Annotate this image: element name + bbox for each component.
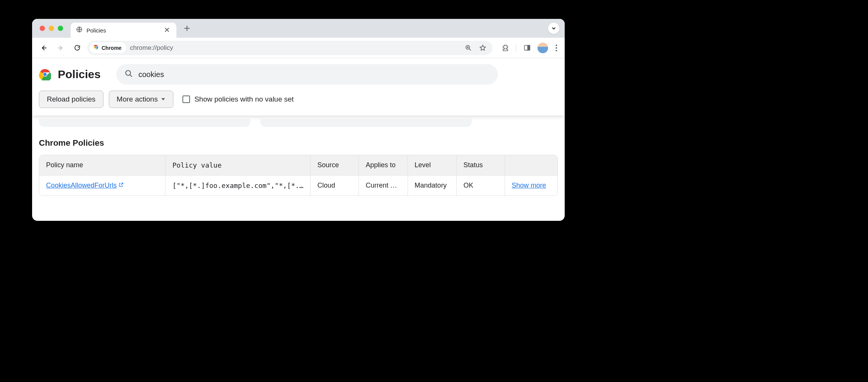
more-actions-button[interactable]: More actions bbox=[109, 91, 173, 108]
checkbox-label: Show policies with no value set bbox=[195, 95, 294, 103]
toolbar-right bbox=[500, 42, 559, 54]
page-content: Policies Reload policies More actions bbox=[32, 58, 565, 221]
back-button[interactable] bbox=[37, 42, 50, 54]
svg-rect-6 bbox=[528, 45, 530, 50]
window-controls bbox=[40, 26, 63, 31]
col-header-status: Status bbox=[457, 155, 505, 176]
show-no-value-toggle[interactable]: Show policies with no value set bbox=[182, 95, 294, 103]
extensions-icon[interactable] bbox=[500, 43, 511, 53]
svg-point-9 bbox=[43, 72, 46, 76]
page-title: Policies bbox=[58, 68, 100, 81]
window-maximize-button[interactable] bbox=[58, 26, 63, 31]
search-icon bbox=[125, 69, 133, 79]
window-close-button[interactable] bbox=[40, 26, 45, 31]
policy-name-link[interactable]: CookiesAllowedForUrls bbox=[46, 182, 124, 189]
policy-applies: Current … bbox=[366, 182, 400, 189]
col-header-name: Policy name bbox=[39, 155, 165, 176]
col-header-applies: Applies to bbox=[359, 155, 408, 176]
show-more-link[interactable]: Show more bbox=[512, 182, 546, 189]
url-text: chrome://policy bbox=[130, 44, 173, 52]
policy-source: Cloud bbox=[310, 176, 359, 196]
col-header-source: Source bbox=[310, 155, 359, 176]
tab-title: Policies bbox=[86, 27, 159, 34]
button-label: Reload policies bbox=[47, 95, 96, 103]
policy-status: OK bbox=[457, 176, 505, 196]
tab-list-button[interactable] bbox=[548, 23, 559, 34]
status-cards-row bbox=[39, 119, 558, 127]
forward-button[interactable] bbox=[54, 42, 67, 54]
new-tab-button[interactable] bbox=[182, 23, 192, 34]
policy-name-text: CookiesAllowedForUrls bbox=[46, 182, 117, 189]
chrome-logo-icon bbox=[39, 68, 51, 80]
window-minimize-button[interactable] bbox=[49, 26, 54, 31]
policy-level: Mandatory bbox=[408, 176, 457, 196]
site-chip[interactable]: Chrome bbox=[90, 42, 126, 53]
col-header-level: Level bbox=[408, 155, 457, 176]
profile-avatar[interactable] bbox=[537, 43, 548, 53]
svg-point-10 bbox=[126, 71, 131, 75]
table-row: CookiesAllowedForUrls ["*,[*.]foo.exampl… bbox=[39, 176, 558, 196]
reload-policies-button[interactable]: Reload policies bbox=[39, 91, 103, 108]
checkbox-icon[interactable] bbox=[182, 96, 190, 103]
site-chip-label: Chrome bbox=[102, 45, 122, 51]
bookmark-star-icon[interactable] bbox=[477, 43, 488, 53]
reload-button[interactable] bbox=[71, 42, 83, 54]
browser-tab-active[interactable]: Policies bbox=[71, 23, 176, 38]
toolbar-separator bbox=[516, 44, 516, 52]
tab-close-button[interactable] bbox=[163, 26, 171, 35]
browser-toolbar: Chrome chrome://policy bbox=[32, 38, 565, 58]
browser-window: Policies bbox=[32, 19, 565, 221]
policy-table: Policy name Policy value Source Applies … bbox=[39, 155, 558, 196]
tab-strip: Policies bbox=[32, 19, 565, 38]
policy-search-bar[interactable] bbox=[116, 64, 498, 85]
section-title: Chrome Policies bbox=[39, 138, 558, 148]
status-card bbox=[260, 119, 472, 127]
table-header-row: Policy name Policy value Source Applies … bbox=[39, 155, 558, 176]
col-header-value: Policy value bbox=[165, 155, 310, 176]
policy-search-input[interactable] bbox=[138, 70, 490, 79]
col-header-actions bbox=[505, 155, 558, 176]
zoom-icon[interactable] bbox=[463, 43, 474, 53]
side-panel-icon[interactable] bbox=[522, 43, 532, 53]
page-sticky-header: Policies Reload policies More actions bbox=[32, 58, 565, 116]
status-card bbox=[39, 119, 250, 127]
external-link-icon bbox=[118, 182, 124, 189]
chrome-icon bbox=[93, 44, 99, 52]
policy-value: ["*,[*.]foo.example.com","*,[*.… bbox=[172, 182, 303, 189]
globe-icon bbox=[76, 26, 83, 34]
address-bar[interactable]: Chrome chrome://policy bbox=[87, 41, 493, 55]
button-label: More actions bbox=[117, 95, 158, 103]
caret-down-icon bbox=[161, 95, 165, 103]
chrome-menu-button[interactable] bbox=[553, 42, 559, 54]
